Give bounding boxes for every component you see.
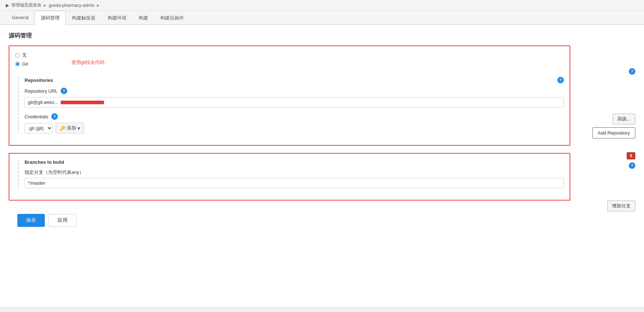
git-radio-input[interactable] [15,62,20,66]
advanced-button[interactable]: 高级... [613,114,635,124]
key-icon: 🔑 [60,126,65,131]
content-area: 源码管理 无 Git 使用git拉去代码 [0,25,644,240]
left-panel: 源码管理 无 Git 使用git拉去代码 [9,32,570,233]
repo-url-input[interactable] [25,97,564,107]
repositories-header: Repositories ? [25,77,564,83]
repo-url-help-icon[interactable]: ? [61,88,67,94]
credentials-select[interactable]: git (git) none [25,123,53,133]
tab-general[interactable]: General [6,11,35,25]
tab-bar: General 源码管理 构建触发器 构建环境 构建 构建后操作 [0,11,644,25]
credentials-group: Credentials ? git (git) none 🔑 添加 [25,113,564,133]
none-radio-label: 无 [22,52,27,58]
none-radio-input[interactable] [15,53,20,58]
breadcrumb-arrow: ▶ [6,3,9,8]
repo-url-group: Repository URL ? [25,88,564,107]
main-container: General 源码管理 构建触发器 构建环境 构建 构建后操作 源码管理 无 [0,11,644,307]
branches-config-box: Branches to build 指定分支（为空时代表any） [9,153,570,201]
branches-subsection: Branches to build 指定分支（为空时代表any） [18,159,564,188]
add-branch-wrapper: 增加分支 [607,201,635,211]
branch-field-label: 指定分支（为空时代表any） [25,169,564,176]
breadcrumb-separator-2: ▶ [97,3,100,7]
tab-source-management[interactable]: 源码管理 [35,11,66,25]
branches-right-panel: X ? 增加分支 [578,152,635,211]
repositories-subsection: Repositories ? Repository URL ? [18,77,564,133]
breadcrumb-separator-1: ▶ [44,3,47,7]
branch-input[interactable] [25,178,564,188]
save-button[interactable]: 保存 [17,214,45,227]
none-radio-option[interactable]: 无 [15,52,28,58]
tab-build-env[interactable]: 构建环境 [101,11,133,25]
branch-field-group: 指定分支（为空时代表any） [25,169,564,188]
breadcrumb-item-2[interactable]: guoda-pharmacy-admin [49,3,95,8]
chevron-down-icon: ▾ [78,126,80,131]
branches-title: Branches to build [25,159,564,165]
right-panel-buttons: 高级... Add Repository [578,114,635,139]
git-annotation: 使用git拉去代码 [72,59,105,66]
add-branch-button[interactable]: 增加分支 [607,201,635,211]
credentials-row: git (git) none 🔑 添加 ▾ [25,123,564,133]
add-button-label: 添加 [67,125,76,131]
right-help-icon-1[interactable]: ? [629,68,635,75]
apply-button[interactable]: 应用 [48,214,77,227]
repositories-help-icon[interactable]: ? [557,77,564,83]
add-repository-button[interactable]: Add Repository [592,127,635,139]
branches-help-icon[interactable]: ? [629,162,635,169]
page-title: 源码管理 [9,32,570,40]
scm-config-box: 无 Git 使用git拉去代码 Repositories ? [9,45,570,146]
tab-build[interactable]: 构建 [133,11,154,25]
git-radio-label: Git [22,61,28,67]
credentials-add-button[interactable]: 🔑 添加 ▾ [56,123,84,133]
right-panel-upper: ? [578,68,635,75]
delete-branch-button[interactable]: X [627,152,635,159]
breadcrumb: ▶ 管理端页面发布 ▶ guoda-pharmacy-admin ▶ [0,0,644,11]
action-bar: 保存 应用 [9,208,570,233]
scm-radio-group: 无 Git [15,52,28,67]
git-radio-option[interactable]: Git [15,61,28,67]
right-help-row-1: ? [578,68,635,75]
right-panel: ? 高级... Add Repository X ? 增加分支 [578,32,635,233]
breadcrumb-item-1[interactable]: 管理端页面发布 [11,2,42,8]
tab-build-trigger[interactable]: 构建触发器 [66,11,101,25]
tab-post-build[interactable]: 构建后操作 [154,11,190,25]
repo-url-field-label: Repository URL ? [25,88,564,94]
repositories-label: Repositories [25,78,53,83]
credentials-help-icon[interactable]: ? [51,113,58,120]
credentials-label: Credentials ? [25,113,564,120]
repo-url-input-wrapper [25,97,564,107]
